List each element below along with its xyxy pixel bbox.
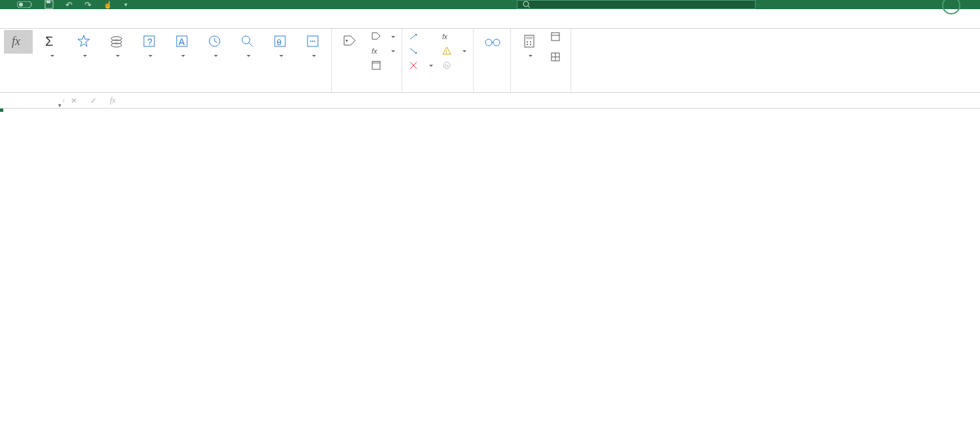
dependents-icon: [409, 46, 419, 56]
svg-marker-8: [78, 35, 90, 46]
autosave-toggle[interactable]: [17, 1, 33, 8]
fx-icon: fx: [9, 33, 27, 50]
svg-text:fx: fx: [12, 35, 20, 48]
svg-text:Σ: Σ: [45, 34, 53, 48]
coins-icon: [107, 33, 126, 50]
svg-point-27: [346, 40, 348, 42]
logical-button[interactable]: ?: [135, 30, 164, 62]
insert-function-button[interactable]: fx: [4, 30, 33, 54]
enter-formula-icon[interactable]: ✓: [84, 94, 103, 108]
svg-text:fx: fx: [372, 47, 377, 55]
calc-now-icon: [550, 31, 560, 41]
undo-icon[interactable]: ↶: [65, 0, 73, 10]
recently-used-button[interactable]: [69, 30, 98, 62]
search-icon: [523, 1, 531, 9]
svg-text:A: A: [179, 37, 185, 47]
name-manager-button[interactable]: [336, 30, 364, 54]
show-formulas-button[interactable]: fx: [440, 30, 469, 43]
formula-use-icon: fx: [371, 46, 381, 56]
trace-precedents-button[interactable]: [406, 30, 436, 43]
calculation-group-label: [515, 90, 567, 92]
sigma-icon: Σ: [42, 33, 60, 50]
star-icon: [75, 33, 93, 50]
svg-point-42: [485, 39, 492, 46]
show-formulas-icon: fx: [442, 31, 452, 41]
theta-icon: θ: [271, 33, 289, 50]
precedents-icon: [409, 31, 419, 41]
save-icon[interactable]: [44, 0, 54, 9]
magnifier-icon: [238, 33, 256, 50]
cancel-formula-icon[interactable]: ✕: [64, 94, 84, 108]
svg-line-18: [215, 41, 217, 43]
label-icon: [371, 31, 381, 41]
svg-point-49: [527, 44, 528, 45]
watch-window-button[interactable]: [478, 30, 506, 54]
define-name-button[interactable]: [368, 30, 398, 43]
svg-text:θ: θ: [277, 37, 281, 47]
svg-point-48: [530, 41, 531, 43]
touch-mode-icon[interactable]: ☝: [103, 1, 113, 9]
math-trig-button[interactable]: θ: [266, 30, 294, 62]
svg-text:fx: fx: [442, 33, 448, 41]
create-selection-icon: [371, 60, 381, 70]
formula-bar: ▾ ✕ ✓ fx: [0, 93, 980, 109]
svg-point-1: [19, 3, 23, 7]
svg-text:fx: fx: [445, 63, 449, 69]
svg-rect-30: [372, 61, 380, 64]
text-a-icon: A: [173, 33, 191, 50]
calc-sheet-icon: [550, 52, 560, 61]
evaluate-icon: fx: [442, 60, 452, 70]
calculator-icon: [520, 33, 538, 50]
svg-line-5: [528, 6, 530, 8]
svg-text:!: !: [446, 48, 447, 55]
spreadsheet-grid[interactable]: [0, 109, 980, 446]
use-in-formula-button[interactable]: fx: [368, 44, 398, 57]
svg-point-25: [312, 41, 313, 42]
financial-button[interactable]: [102, 30, 131, 62]
svg-rect-46: [526, 37, 533, 39]
svg-point-47: [527, 41, 528, 43]
fx-button-icon[interactable]: fx: [103, 93, 122, 108]
redo-icon[interactable]: ↷: [84, 0, 92, 10]
glasses-icon: [483, 33, 501, 50]
autosum-button[interactable]: Σ: [37, 30, 65, 62]
create-from-selection-button[interactable]: [368, 59, 398, 71]
svg-point-50: [530, 44, 531, 45]
name-box[interactable]: ▾: [0, 99, 64, 103]
text-button[interactable]: A: [167, 30, 196, 62]
clock-icon: [205, 33, 224, 50]
defined-names-group-label: [336, 90, 398, 92]
question-icon: ?: [140, 33, 158, 50]
function-library-group-label: [4, 90, 327, 92]
qat-dropdown-icon[interactable]: ▾: [124, 1, 128, 8]
svg-line-20: [249, 43, 253, 46]
tag-icon: [341, 33, 359, 50]
ribbon-tabs: [0, 9, 980, 29]
search-input[interactable]: [534, 1, 750, 9]
more-functions-button[interactable]: [298, 30, 327, 62]
trace-dependents-button[interactable]: [406, 44, 436, 57]
svg-point-43: [493, 39, 500, 46]
remove-arrows-button[interactable]: [406, 59, 436, 71]
ribbon: fx Σ ? A: [0, 29, 980, 93]
fill-handle[interactable]: [0, 109, 3, 112]
svg-point-26: [314, 41, 315, 42]
formula-auditing-group-label: [406, 90, 469, 92]
evaluate-formula-button[interactable]: fx: [440, 59, 469, 71]
calculation-options-button[interactable]: [515, 30, 544, 62]
error-check-icon: !: [442, 46, 452, 56]
remove-arrows-icon: [409, 60, 419, 70]
error-checking-button[interactable]: !: [440, 44, 469, 57]
svg-rect-3: [46, 1, 50, 3]
calculate-sheet-button[interactable]: [548, 50, 567, 63]
lookup-reference-button[interactable]: [233, 30, 262, 62]
svg-rect-51: [551, 33, 559, 41]
date-time-button[interactable]: [200, 30, 229, 62]
name-box-dropdown-icon[interactable]: ▾: [58, 102, 61, 109]
search-box[interactable]: [517, 0, 756, 9]
calculate-now-button[interactable]: [548, 30, 567, 43]
formula-input[interactable]: [122, 94, 980, 107]
dots-icon: [304, 33, 322, 50]
titlebar: ↶ ↷ ☝ ▾: [0, 0, 980, 9]
svg-text:?: ?: [147, 37, 152, 47]
